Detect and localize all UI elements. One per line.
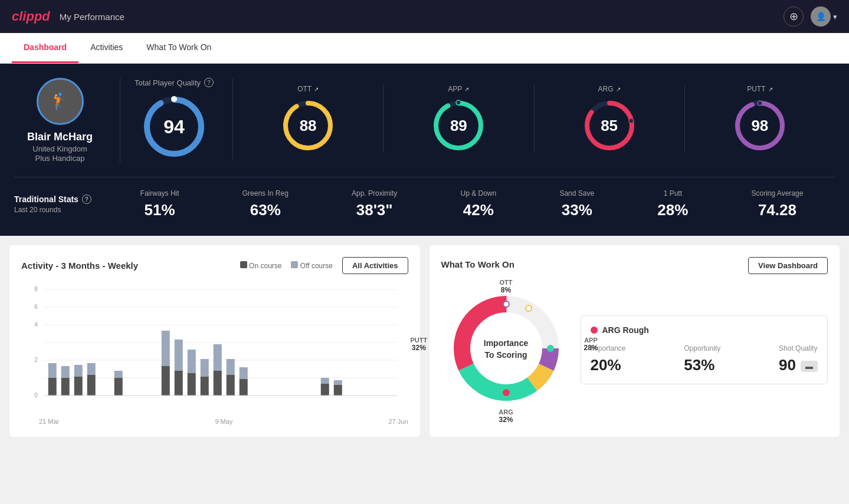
plus-icon: ⊕	[789, 10, 798, 23]
activity-chart-card: Activity - 3 Months - Weekly On course O…	[9, 245, 420, 437]
svg-rect-26	[48, 378, 57, 396]
tpq-section: Total Player Quality ? 94	[135, 78, 233, 159]
quality-scores: Total Player Quality ? 94 OT	[120, 78, 835, 159]
svg-rect-51	[321, 378, 329, 384]
svg-point-60	[503, 301, 509, 307]
svg-rect-30	[74, 377, 83, 396]
add-button[interactable]: ⊕	[784, 6, 804, 27]
trad-label-section: Traditional Stats ? Last 20 rounds	[14, 195, 109, 214]
header-right: ⊕ 👤 ▾	[784, 6, 837, 27]
chart-area: 8 6 4 2 0	[21, 284, 408, 425]
svg-rect-45	[214, 344, 222, 371]
header-left: clippd My Performance	[12, 9, 124, 24]
metric-app-label: APP ↗	[448, 85, 469, 93]
activity-title-group: Activity - 3 Months - Weekly	[21, 261, 138, 271]
ott-value: 88	[300, 117, 317, 135]
logo: clippd	[12, 9, 50, 24]
tab-what-to-work-on[interactable]: What To Work On	[135, 33, 223, 63]
metric-arg-label: ARG ↗	[598, 85, 621, 93]
donut-chart	[441, 284, 571, 413]
svg-rect-46	[227, 375, 235, 396]
stat-scoring-avg: Scoring Average 74.28	[752, 189, 804, 219]
arg-opportunity: Opportunity 53%	[684, 344, 720, 374]
svg-point-61	[526, 305, 532, 311]
legend-on-course: On course	[240, 261, 282, 270]
hero-section: 🏌️ Blair McHarg United Kingdom Plus Hand…	[0, 64, 849, 236]
svg-rect-43	[201, 359, 209, 377]
svg-point-2	[171, 96, 177, 102]
stat-up-and-down: Up & Down 42%	[461, 189, 497, 219]
help-icon: ?	[204, 78, 214, 87]
activity-header: Activity - 3 Months - Weekly On course O…	[21, 257, 408, 274]
arg-value: 85	[601, 117, 618, 135]
arrow-icon: ↗	[768, 86, 773, 93]
svg-rect-37	[162, 331, 170, 366]
app-label: APP 28%	[584, 337, 598, 352]
ott-ring: 88	[281, 99, 335, 152]
arg-dot-icon	[591, 327, 598, 334]
svg-rect-33	[87, 363, 96, 375]
player-name: Blair McHarg	[27, 131, 93, 143]
svg-rect-27	[48, 363, 57, 378]
arrow-icon: ↗	[314, 86, 319, 93]
arg-metrics: Importance 20% Opportunity 53% Shot Qual…	[591, 344, 818, 374]
wtwo-title: What To Work On	[441, 259, 514, 269]
svg-rect-49	[240, 367, 248, 379]
svg-rect-38	[175, 371, 183, 396]
metric-ott-label: OTT ↗	[297, 85, 319, 93]
all-activities-button[interactable]: All Activities	[342, 257, 408, 274]
stat-sand-save: Sand Save 33%	[559, 189, 594, 219]
activity-chart-title: Activity - 3 Months - Weekly	[21, 261, 138, 271]
putt-label: PUTT 32%	[411, 337, 428, 352]
svg-rect-41	[188, 350, 196, 373]
metric-putt-label: PUTT ↗	[747, 85, 772, 93]
wtwo-header: What To Work On View Dashboard	[441, 257, 828, 274]
avatar: 👤	[811, 6, 831, 27]
chart-x-labels: 21 Mar 9 May 27 Jun	[21, 416, 408, 425]
arg-ring: 85	[583, 99, 636, 152]
user-menu-button[interactable]: 👤 ▾	[811, 6, 837, 27]
svg-rect-48	[240, 379, 248, 396]
metric-ott: OTT ↗ 88	[233, 85, 383, 152]
svg-text:2: 2	[34, 357, 38, 363]
svg-rect-32	[87, 375, 96, 396]
putt-ring: 98	[733, 99, 786, 152]
tab-activities[interactable]: Activities	[78, 33, 135, 63]
x-label-jun: 27 Jun	[388, 418, 408, 425]
putt-value: 98	[751, 117, 768, 135]
legend-off-course: Off course	[291, 261, 332, 270]
trad-sub: Last 20 rounds	[14, 206, 109, 214]
svg-rect-52	[334, 385, 342, 396]
activity-controls: On course Off course All Activities	[240, 257, 408, 274]
ott-label: OTT 8%	[500, 279, 513, 294]
shot-quality-badge: ▬	[801, 361, 818, 372]
trad-label: Traditional Stats ?	[14, 195, 109, 204]
svg-rect-50	[321, 384, 329, 396]
wtwo-content: ImportanceTo Scoring OTT 8% APP 28% ARG …	[441, 284, 828, 416]
arg-label: ARG 32%	[499, 409, 513, 424]
svg-rect-36	[162, 366, 170, 396]
on-course-dot	[240, 261, 247, 268]
chevron-down-icon: ▾	[833, 12, 837, 21]
svg-rect-42	[201, 377, 209, 396]
stat-fairways-hit: Fairways Hit 51%	[140, 189, 179, 219]
app-value: 89	[450, 117, 467, 135]
player-info: 🏌️ Blair McHarg United Kingdom Plus Hand…	[14, 78, 120, 163]
svg-rect-28	[61, 378, 70, 396]
svg-point-13	[758, 101, 762, 106]
arg-detail-card: ARG Rough Importance 20% Opportunity 53%…	[581, 315, 828, 384]
stat-1-putt: 1 Putt 28%	[657, 189, 688, 219]
header-title: My Performance	[60, 12, 124, 22]
help-icon: ?	[82, 195, 91, 204]
svg-rect-47	[227, 359, 235, 375]
tab-dashboard[interactable]: Dashboard	[12, 33, 78, 63]
metric-scores: OTT ↗ 88 APP ↗	[233, 85, 835, 152]
player-country: United Kingdom	[32, 144, 87, 153]
view-dashboard-button[interactable]: View Dashboard	[748, 257, 828, 274]
svg-text:6: 6	[34, 304, 38, 310]
metric-arg: ARG ↗ 85	[535, 85, 685, 152]
traditional-stats: Traditional Stats ? Last 20 rounds Fairw…	[14, 177, 835, 219]
svg-rect-44	[214, 371, 222, 396]
activity-bar-chart: 8 6 4 2 0	[21, 284, 408, 413]
svg-rect-35	[114, 371, 123, 378]
